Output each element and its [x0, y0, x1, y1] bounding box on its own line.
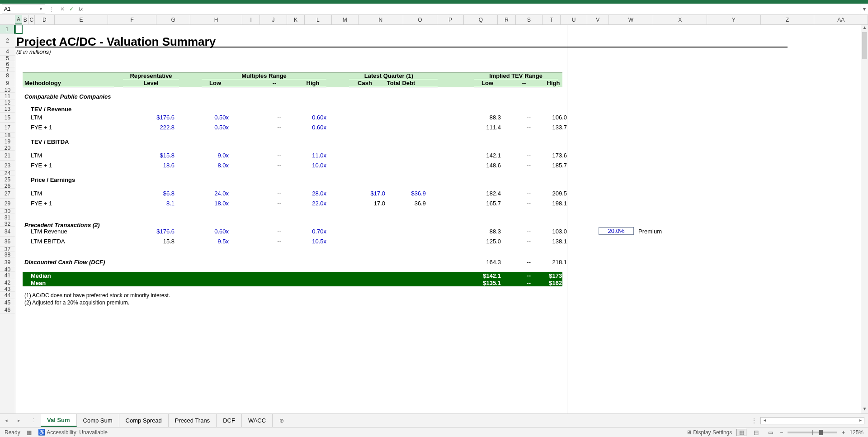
col-header-N[interactable]: N: [359, 15, 403, 24]
scroll-up-icon[interactable]: ▲: [861, 25, 868, 32]
row-header-46[interactable]: 46: [0, 306, 15, 314]
row-header-34[interactable]: 34: [0, 227, 15, 237]
col-header-J[interactable]: J: [260, 15, 287, 24]
col-header-Y[interactable]: Y: [707, 15, 761, 24]
scroll-down-icon[interactable]: ▼: [861, 406, 868, 413]
view-normal-icon[interactable]: ▦: [736, 429, 746, 436]
row-header-45[interactable]: 45: [0, 299, 15, 306]
col-header-S[interactable]: S: [516, 15, 542, 24]
row-header-26[interactable]: 26: [0, 183, 15, 189]
active-cell[interactable]: [15, 25, 23, 34]
row-header-36[interactable]: 36: [0, 237, 15, 247]
row-header-10[interactable]: 10: [0, 87, 15, 93]
row-header-20[interactable]: 20: [0, 145, 15, 151]
row-header-24[interactable]: 24: [0, 171, 15, 176]
zoom-level[interactable]: 125%: [849, 429, 863, 436]
name-box-dropdown-icon[interactable]: ▼: [39, 7, 43, 11]
col-header-C[interactable]: C: [28, 15, 35, 24]
premium-input[interactable]: 20.0%: [599, 227, 634, 235]
col-header-K[interactable]: K: [287, 15, 305, 24]
tabbar-dots[interactable]: ⋮: [751, 418, 758, 424]
col-header-Z[interactable]: Z: [761, 15, 815, 24]
row-header-1[interactable]: 1: [0, 25, 15, 34]
view-page-layout-icon[interactable]: ▤: [751, 429, 761, 436]
tab-prev-icon[interactable]: ▸: [16, 418, 22, 423]
row-header-12[interactable]: 12: [0, 100, 15, 105]
col-header-T[interactable]: T: [542, 15, 561, 24]
col-header-E[interactable]: E: [55, 15, 108, 24]
row-header-38[interactable]: 38: [0, 252, 15, 257]
col-header-W[interactable]: W: [609, 15, 654, 24]
row-header-17[interactable]: 17: [0, 123, 15, 133]
row-header-32[interactable]: 32: [0, 221, 15, 227]
macro-record-icon[interactable]: ▦: [27, 429, 32, 436]
sheet-tab-wacc[interactable]: WACC: [242, 414, 273, 427]
col-header-R[interactable]: R: [498, 15, 516, 24]
cancel-formula-icon[interactable]: ✕: [58, 6, 67, 12]
col-header-G[interactable]: G: [156, 15, 190, 24]
vscroll-thumb[interactable]: [862, 32, 867, 59]
sheet-tab-preced-trans[interactable]: Preced Trans: [169, 414, 217, 427]
formula-expand-icon[interactable]: ▾: [860, 4, 868, 14]
high-pe_ltm: 28.0x: [295, 190, 326, 197]
zoom-in-button[interactable]: +: [842, 429, 845, 436]
idash-dcf: --: [517, 259, 531, 266]
zoom-slider[interactable]: [788, 432, 837, 433]
col-header-D[interactable]: D: [35, 15, 55, 24]
view-page-break-icon[interactable]: ▭: [765, 429, 775, 436]
fx-label[interactable]: fx: [79, 6, 83, 12]
row-header-43[interactable]: 43: [0, 286, 15, 292]
row-header-13[interactable]: 13: [0, 105, 15, 113]
display-settings-button[interactable]: 🖥 Display Settings: [686, 429, 732, 436]
row-header-44[interactable]: 44: [0, 292, 15, 299]
tab-first-icon[interactable]: ◂: [4, 418, 9, 423]
row-header-5[interactable]: 5: [0, 56, 15, 61]
row-header-40[interactable]: 40: [0, 267, 15, 272]
scroll-right-icon[interactable]: ▸: [857, 418, 864, 424]
accessibility-status[interactable]: ♿ Accessibility: Unavailable: [38, 429, 108, 436]
cell-grid[interactable]: ▲ ▼ Project AC/DC - Valuation Summary($ …: [15, 25, 868, 413]
row-header-8[interactable]: 8: [0, 72, 15, 79]
sheet-tab-val-sum[interactable]: Val Sum: [41, 414, 77, 427]
col-header-P[interactable]: P: [437, 15, 464, 24]
row-header-41[interactable]: 41: [0, 272, 15, 279]
horizontal-scrollbar[interactable]: ◂ ▸: [760, 417, 864, 424]
col-header-V[interactable]: V: [587, 15, 609, 24]
row-header-9[interactable]: 9: [0, 79, 15, 87]
col-header-U[interactable]: U: [561, 15, 587, 24]
col-header-AA[interactable]: AA: [814, 15, 868, 24]
row-header-23[interactable]: 23: [0, 161, 15, 171]
sheet-tab-dcf[interactable]: DCF: [217, 414, 242, 427]
add-sheet-button[interactable]: ⊕: [273, 414, 291, 427]
col-header-H[interactable]: H: [190, 15, 242, 24]
row-header-21[interactable]: 21: [0, 151, 15, 161]
row-header-30[interactable]: 30: [0, 209, 15, 214]
scroll-left-icon[interactable]: ◂: [761, 418, 768, 424]
col-header-L[interactable]: L: [305, 15, 331, 24]
sheet-tab-comp-spread[interactable]: Comp Spread: [119, 414, 169, 427]
row-header-4[interactable]: 4: [0, 48, 15, 56]
row-header-27[interactable]: 27: [0, 189, 15, 199]
col-header-M[interactable]: M: [332, 15, 359, 24]
col-header-B[interactable]: B: [22, 15, 28, 24]
row-header-18[interactable]: 18: [0, 133, 15, 138]
col-header-I[interactable]: I: [242, 15, 260, 24]
col-header-O[interactable]: O: [403, 15, 437, 24]
formula-input[interactable]: [83, 5, 860, 14]
vertical-scrollbar[interactable]: ▲ ▼: [861, 25, 868, 413]
row-header-7[interactable]: 7: [0, 67, 15, 72]
col-header-Q[interactable]: Q: [464, 15, 498, 24]
col-header-A[interactable]: A: [15, 15, 23, 24]
col-header-F[interactable]: F: [108, 15, 156, 24]
tab-menu-icon[interactable]: ⋮: [29, 418, 37, 423]
zoom-out-button[interactable]: −: [780, 429, 783, 436]
row-header-2[interactable]: 2: [0, 34, 15, 48]
accept-formula-icon[interactable]: ✓: [67, 6, 76, 12]
tab-nav-buttons[interactable]: ◂ ▸ ⋮: [0, 414, 41, 427]
select-all-corner[interactable]: [0, 15, 15, 24]
col-header-X[interactable]: X: [653, 15, 707, 24]
row-header-15[interactable]: 15: [0, 113, 15, 123]
sheet-tab-comp-sum[interactable]: Comp Sum: [77, 414, 119, 427]
row-header-29[interactable]: 29: [0, 199, 15, 209]
name-box[interactable]: A1 ▼: [2, 5, 45, 14]
